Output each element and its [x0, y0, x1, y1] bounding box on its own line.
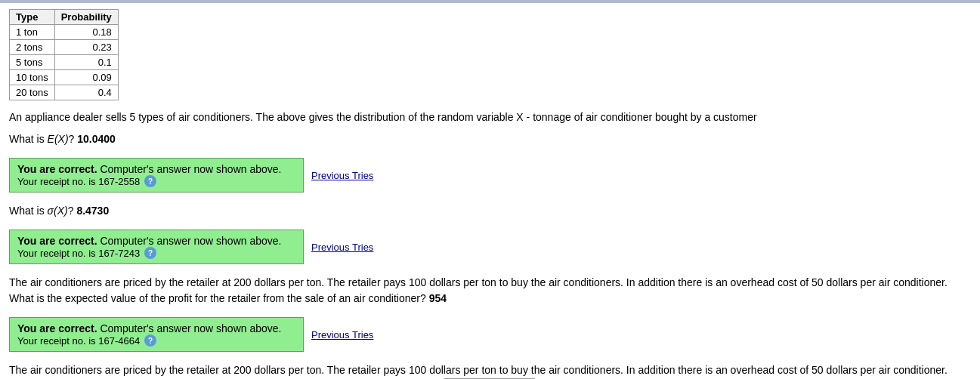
q2-correct-box: You are correct. Computer's answer now s… — [9, 230, 304, 264]
q2-question: What is σ(X)? 8.4730 — [9, 203, 971, 219]
q3-correct-box: You are correct. Computer's answer now s… — [9, 317, 304, 352]
table-row: 5 tons0.1 — [10, 55, 119, 70]
q1-previous-tries[interactable]: Previous Tries — [311, 170, 373, 181]
top-bar — [0, 0, 980, 3]
col-header-probability: Probability — [54, 10, 118, 25]
q1-correct-box: You are correct. Computer's answer now s… — [9, 158, 304, 193]
table-row: 1 ton0.18 — [10, 25, 119, 40]
q3-help-icon[interactable]: ? — [144, 334, 156, 347]
q2-correct-box-row: You are correct. Computer's answer now s… — [9, 225, 971, 269]
q2-help-icon[interactable]: ? — [144, 247, 156, 259]
q2-previous-tries[interactable]: Previous Tries — [311, 242, 373, 253]
description-text: An appliance dealer sells 5 types of air… — [9, 109, 971, 125]
q3-correct-box-row: You are correct. Computer's answer now s… — [9, 313, 971, 356]
table-row: 20 tons0.4 — [10, 85, 119, 100]
q4-paragraph: The air conditioners are priced by the r… — [9, 362, 971, 379]
col-header-type: Type — [10, 10, 55, 25]
q1-correct-box-row: You are correct. Computer's answer now s… — [9, 153, 971, 197]
table-row: 2 tons0.23 — [10, 40, 119, 55]
q1-help-icon[interactable]: ? — [144, 175, 156, 187]
q3-previous-tries[interactable]: Previous Tries — [311, 329, 373, 340]
q1-question: What is E(X)? 10.0400 — [9, 131, 971, 147]
probability-table: Type Probability 1 ton0.182 tons0.235 to… — [9, 9, 119, 100]
table-row: 10 tons0.09 — [10, 70, 119, 85]
q3-paragraph: The air conditioners are priced by the r… — [9, 275, 971, 307]
